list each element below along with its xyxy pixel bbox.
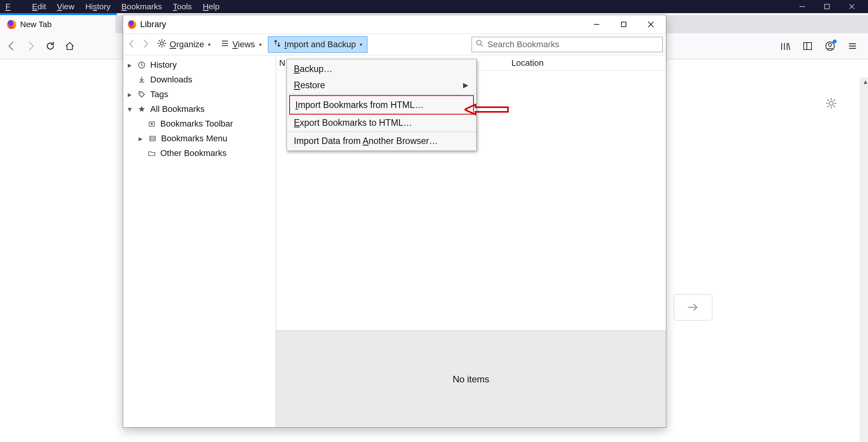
firefox-logo-icon (7, 20, 16, 29)
menu-restore[interactable]: Restore▶ (287, 77, 476, 93)
newtab-settings-icon[interactable] (825, 98, 837, 111)
tree-label: Bookmarks Menu (161, 134, 227, 144)
library-minimize-button[interactable] (583, 16, 610, 33)
expand-icon[interactable]: ▸ (126, 90, 133, 99)
menu-file[interactable]: F (0, 0, 27, 13)
menu-tools[interactable]: Tools (168, 0, 197, 13)
library-titlebar[interactable]: Library (123, 15, 666, 34)
library-back-button[interactable] (126, 38, 137, 51)
column-location[interactable]: Location (508, 58, 544, 68)
library-close-button[interactable] (637, 16, 664, 33)
menu-separator (287, 132, 476, 132)
menu-bookmarks[interactable]: Bookmarks (116, 0, 168, 13)
svg-line-20 (827, 99, 829, 101)
library-sidebar: ▸ History Downloads ▸ Tags ▾ All Bookmar… (123, 55, 276, 427)
svg-point-40 (477, 40, 481, 45)
tree-all-bookmarks[interactable]: ▾ All Bookmarks (123, 102, 276, 116)
menu-import-html[interactable]: Import Bookmarks from HTML… (293, 97, 470, 113)
menu-edit[interactable]: Edit (27, 0, 51, 13)
menu-import-other-browser[interactable]: Import Data from Another Browser… (287, 133, 476, 149)
tree-label: Downloads (150, 75, 192, 85)
svg-line-7 (788, 43, 790, 50)
clock-icon (137, 61, 146, 69)
svg-line-34 (164, 45, 165, 46)
import-backup-menu: Backup… Restore▶ Import Bookmarks from H… (286, 59, 477, 151)
back-button[interactable] (5, 40, 18, 52)
browser-maximize-icon[interactable] (822, 2, 832, 11)
tree-other-bookmarks[interactable]: Other Bookmarks (123, 146, 276, 161)
tree-label: Tags (150, 89, 168, 99)
star-outline-icon (147, 120, 156, 128)
tab-new-tab[interactable]: New Tab (0, 15, 116, 33)
menu-backup[interactable]: Backup… (287, 61, 476, 77)
collapse-icon[interactable]: ▾ (126, 105, 133, 114)
account-icon[interactable] (824, 40, 836, 52)
tree-bookmarks-menu[interactable]: ▸ Bookmarks Menu (123, 131, 276, 146)
menu-help[interactable]: Help (197, 0, 225, 13)
svg-rect-8 (804, 43, 811, 50)
svg-point-11 (829, 43, 832, 46)
library-toolbar: Organize▾ Views▾ Import and Backup▾ Sear… (123, 34, 666, 55)
page-scrollbar[interactable] (859, 77, 868, 442)
menu-hamburger-icon[interactable] (846, 40, 859, 52)
library-maximize-button[interactable] (610, 16, 637, 33)
no-items-label: No items (453, 374, 489, 385)
scroll-up-icon[interactable]: ▴ (864, 77, 867, 86)
svg-line-22 (834, 99, 835, 101)
expand-icon[interactable]: ▸ (126, 60, 133, 70)
tree-downloads[interactable]: Downloads (123, 72, 276, 87)
bookmarks-menu-icon (148, 135, 157, 142)
menubar: F Edit View History Bookmarks Tools Help (0, 0, 868, 13)
svg-line-41 (481, 45, 483, 46)
home-button[interactable] (63, 40, 76, 52)
svg-rect-1 (825, 4, 829, 9)
organize-button[interactable]: Organize▾ (153, 37, 214, 52)
go-arrow-button[interactable] (674, 294, 712, 320)
firefox-logo-icon (128, 20, 136, 29)
menu-separator (287, 94, 476, 94)
tree-bookmarks-toolbar[interactable]: Bookmarks Toolbar (123, 116, 276, 131)
svg-line-36 (159, 45, 160, 46)
import-export-icon (273, 39, 281, 50)
library-search-input[interactable]: Search Bookmarks (472, 37, 663, 52)
list-icon (221, 39, 229, 50)
download-icon (137, 76, 146, 84)
tree-history[interactable]: ▸ History (123, 58, 276, 72)
library-icon[interactable] (779, 40, 791, 52)
submenu-arrow-icon: ▶ (463, 81, 468, 89)
browser-close-icon[interactable] (847, 2, 856, 11)
reload-button[interactable] (44, 40, 57, 52)
gear-icon (157, 39, 166, 50)
svg-line-35 (164, 40, 165, 41)
menu-history[interactable]: History (80, 0, 116, 13)
forward-button[interactable] (25, 40, 37, 52)
sidebar-icon[interactable] (801, 40, 814, 52)
svg-rect-25 (621, 22, 626, 27)
tab-title: New Tab (20, 20, 51, 29)
tree-label: All Bookmarks (150, 104, 205, 114)
svg-line-33 (159, 40, 160, 41)
tree-label: History (150, 60, 177, 70)
views-button[interactable]: Views▾ (217, 38, 265, 51)
library-details-pane: No items (276, 331, 666, 427)
tree-label: Other Bookmarks (160, 148, 226, 158)
browser-minimize-icon[interactable] (798, 2, 807, 11)
svg-point-15 (829, 101, 833, 105)
import-backup-button[interactable]: Import and Backup▾ (268, 36, 368, 53)
menu-view[interactable]: View (51, 0, 80, 13)
svg-point-28 (160, 42, 163, 45)
search-placeholder: Search Bookmarks (487, 39, 559, 50)
tag-icon (137, 91, 146, 98)
menu-export-html[interactable]: Export Bookmarks to HTML… (287, 115, 476, 131)
search-icon (476, 39, 484, 50)
tree-label: Bookmarks Toolbar (160, 119, 233, 129)
library-title: Library (140, 19, 166, 29)
expand-icon[interactable]: ▸ (137, 134, 144, 143)
svg-rect-45 (150, 136, 155, 141)
annotation-highlight: Import Bookmarks from HTML… (289, 95, 474, 115)
svg-point-43 (140, 93, 141, 94)
svg-line-21 (834, 106, 835, 107)
svg-line-23 (827, 106, 829, 107)
library-forward-button[interactable] (140, 38, 151, 51)
tree-tags[interactable]: ▸ Tags (123, 87, 276, 102)
